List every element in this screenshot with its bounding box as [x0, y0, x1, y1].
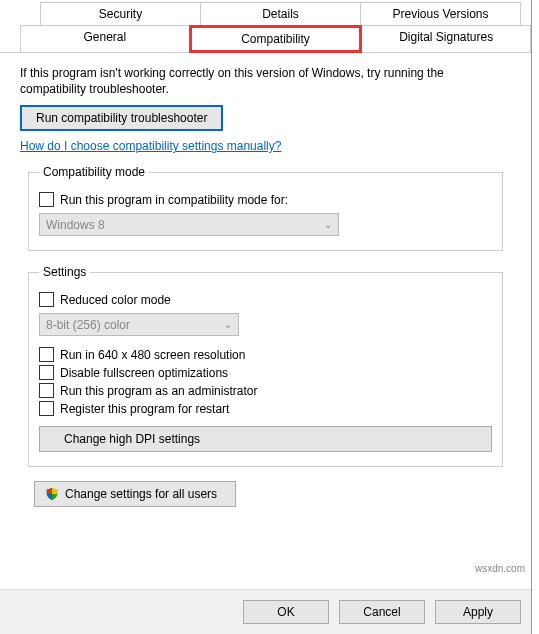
- tab-strip: Security Details Previous Versions Gener…: [0, 0, 531, 53]
- settings-group: Settings Reduced color mode 8-bit (256) …: [28, 265, 503, 467]
- compat-mode-checkbox[interactable]: [39, 192, 54, 207]
- watermark: wsxdn.com: [475, 563, 525, 574]
- color-mode-select-value: 8-bit (256) color: [46, 318, 130, 332]
- run-admin-label: Run this program as an administrator: [60, 384, 257, 398]
- tab-content: If this program isn't working correctly …: [0, 52, 531, 519]
- register-restart-label: Register this program for restart: [60, 402, 229, 416]
- run-troubleshooter-button[interactable]: Run compatibility troubleshooter: [20, 105, 223, 131]
- change-dpi-button[interactable]: Change high DPI settings: [39, 426, 492, 452]
- reduced-color-checkbox[interactable]: [39, 292, 54, 307]
- tab-security[interactable]: Security: [40, 2, 201, 26]
- register-restart-checkbox[interactable]: [39, 401, 54, 416]
- disable-fullscreen-label: Disable fullscreen optimizations: [60, 366, 228, 380]
- disable-fullscreen-checkbox[interactable]: [39, 365, 54, 380]
- tab-details[interactable]: Details: [200, 2, 361, 26]
- reduced-color-label: Reduced color mode: [60, 293, 171, 307]
- settings-legend: Settings: [39, 265, 90, 279]
- chevron-down-icon: ⌄: [224, 319, 232, 330]
- tab-previous-versions[interactable]: Previous Versions: [360, 2, 521, 26]
- compat-mode-select[interactable]: Windows 8 ⌄: [39, 213, 339, 236]
- compat-mode-label: Run this program in compatibility mode f…: [60, 193, 288, 207]
- properties-dialog: Security Details Previous Versions Gener…: [0, 0, 532, 634]
- help-link[interactable]: How do I choose compatibility settings m…: [20, 139, 281, 153]
- dialog-footer: OK Cancel Apply: [0, 589, 531, 634]
- compat-mode-select-value: Windows 8: [46, 218, 105, 232]
- run-640-label: Run in 640 x 480 screen resolution: [60, 348, 245, 362]
- compatibility-mode-legend: Compatibility mode: [39, 165, 149, 179]
- ok-button[interactable]: OK: [243, 600, 329, 624]
- tab-compatibility[interactable]: Compatibility: [189, 25, 363, 53]
- cancel-button[interactable]: Cancel: [339, 600, 425, 624]
- tab-digital-signatures[interactable]: Digital Signatures: [361, 25, 531, 53]
- tab-general[interactable]: General: [20, 25, 190, 53]
- apply-button[interactable]: Apply: [435, 600, 521, 624]
- compatibility-mode-group: Compatibility mode Run this program in c…: [28, 165, 503, 251]
- intro-text: If this program isn't working correctly …: [20, 65, 511, 97]
- run-640-checkbox[interactable]: [39, 347, 54, 362]
- chevron-down-icon: ⌄: [324, 219, 332, 230]
- change-all-users-button[interactable]: Change settings for all users: [34, 481, 236, 507]
- color-mode-select[interactable]: 8-bit (256) color ⌄: [39, 313, 239, 336]
- run-admin-checkbox[interactable]: [39, 383, 54, 398]
- shield-icon: [45, 487, 59, 501]
- change-all-users-label: Change settings for all users: [65, 487, 217, 501]
